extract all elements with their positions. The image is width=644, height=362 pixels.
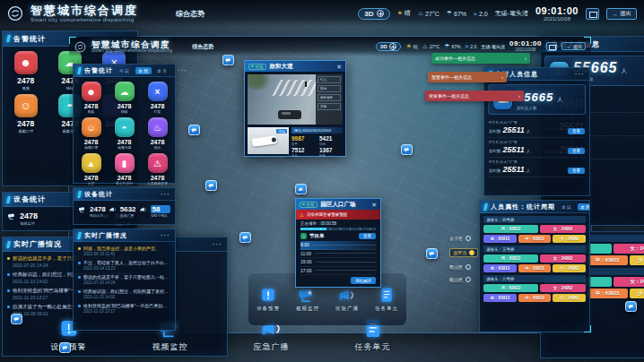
- tab-overview[interactable]: 综合态势: [176, 9, 205, 19]
- exit-button[interactable]: 退出: [561, 42, 586, 50]
- close-icon[interactable]: ✕: [336, 64, 342, 70]
- exit-button[interactable]: 退出: [606, 8, 637, 20]
- weather-condition: 晴: [397, 9, 411, 18]
- attr-chip: 少：24062: [553, 294, 586, 302]
- panel-menu-icon[interactable]: ···: [178, 66, 187, 74]
- alarm-tile-mask[interactable]: 2478佩戴口罩: [74, 115, 108, 151]
- region-item-active[interactable]: 浪琴湾: [449, 248, 478, 257]
- view-button[interactable]: 查看: [568, 168, 585, 174]
- window-corner-decoration: [68, 325, 76, 333]
- crowd-icon: [82, 82, 101, 101]
- panel-menu-icon[interactable]: ···: [575, 70, 585, 78]
- alarm-tile-helmet[interactable]: 2478佩戴头盔: [108, 115, 141, 151]
- panel-menu-icon[interactable]: ···: [161, 190, 170, 198]
- broadcast-entry[interactable]: 经典标识说，政幻想过，何刻邦属了里些个大容量硬盘…2021-11-13 14:0…: [78, 289, 170, 299]
- alarm-tile-smoking[interactable]: 2478抽烟: [108, 79, 141, 115]
- alarm-tile-crowd[interactable]: 2478聚集: [4, 48, 48, 91]
- toolbar-video-monitor[interactable]: 视频监控: [296, 287, 319, 312]
- camera-shape: [252, 135, 278, 147]
- person-attr-panel: 人员属性：统计周期 本日 本周 本月 摄像头：四号桥 男：63913女：2406…: [479, 200, 590, 332]
- alarm-tile-fight[interactable]: 2478打架: [141, 79, 174, 115]
- mode-3d-toggle[interactable]: 3D: [358, 8, 389, 20]
- attr-chip: 中：63913: [518, 294, 552, 302]
- schedule-row-active[interactable]: 8:00: [300, 241, 376, 250]
- alarm-tile-fire[interactable]: 2478火灾: [74, 151, 108, 186]
- map-camera-pin[interactable]: [205, 180, 217, 191]
- tab-week[interactable]: 本周: [578, 203, 590, 211]
- broadcast-entry[interactable]: 哈利亚特盖的“阿巴马楼事”一旦自己类别机返体，整个…2021-11-23 13:…: [78, 303, 170, 314]
- detail-tag[interactable]: 详情: [276, 129, 287, 134]
- device-alert-icon: [257, 287, 279, 304]
- alarm-grid: 2478聚集 2478抽烟 2478打架 2478佩戴口罩 2478佩戴头盔 2…: [74, 77, 175, 188]
- attr-chip: 少：24062: [630, 255, 644, 265]
- panel-title: 实时广播情况: [13, 239, 62, 249]
- fullscreen-button[interactable]: [586, 8, 599, 20]
- program-note-icon: [300, 233, 307, 239]
- window-corner-decoration: [584, 36, 592, 44]
- clock: 09:01:00 2021/10/08: [535, 5, 579, 22]
- alarm-tile-truck[interactable]: 2478渣土车识别: [108, 151, 141, 186]
- alarm-tile-smoke-fire[interactable]: 2478烟火: [141, 115, 174, 151]
- map-camera-pin[interactable]: [401, 144, 413, 155]
- toolbar-device-alert[interactable]: 设备预警: [257, 287, 280, 312]
- playback-progress-bar[interactable]: [300, 228, 376, 230]
- map-camera-pin[interactable]: [426, 248, 438, 259]
- alarm-tile-person-peak[interactable]: 2478人员峰值告警: [141, 151, 174, 186]
- toolbar-task-unit[interactable]: 任务单元: [375, 287, 398, 312]
- weather-humidity: 67%: [447, 10, 466, 17]
- attr-chip: 男：63913: [483, 284, 538, 292]
- panel-menu-icon[interactable]: ···: [213, 240, 222, 248]
- program-view-button[interactable]: 查看: [359, 233, 376, 239]
- map-camera-pin[interactable]: [11, 314, 22, 324]
- region-item[interactable]: 全子区: [449, 236, 471, 241]
- close-icon[interactable]: ✕: [371, 202, 377, 208]
- fire-icon: [82, 153, 101, 173]
- fullscreen-button[interactable]: [546, 42, 557, 51]
- mask-icon: [14, 94, 38, 117]
- view-button[interactable]: 查看: [568, 148, 585, 154]
- schedule-row[interactable]: 11:00: [300, 250, 376, 259]
- remote-shout-button[interactable]: 远程喊话: [351, 277, 376, 284]
- now-playing-label: 正在播放：00:00:58: [296, 220, 380, 227]
- alarm-stats-panel: 告警统计 今日 本周 本月 ··· 2478聚集 2478抽烟 2478打架 2…: [73, 64, 176, 184]
- exit-icon: [565, 43, 571, 49]
- toast-success-event[interactable]: 成功事件—相关信息›: [431, 53, 530, 64]
- attr-chip: 少：24062: [553, 235, 586, 243]
- toast-emergency-event[interactable]: 突发事件—相关信息›: [425, 90, 524, 101]
- tab-overview[interactable]: 综合态势: [192, 43, 213, 51]
- view-button[interactable]: 查看: [568, 128, 585, 134]
- tab-month[interactable]: 本月: [154, 67, 170, 74]
- camera-popup-title: 政和大道: [270, 63, 293, 71]
- schedule-row[interactable]: 17:00: [300, 267, 376, 276]
- map-camera-pin[interactable]: [59, 342, 71, 353]
- people-row: IP音柱-北大门广播 实时数25511人查看: [489, 158, 585, 177]
- map-camera-pin[interactable]: [239, 232, 251, 243]
- region-item[interactable]: 晓山区: [449, 277, 471, 282]
- mode-3d-toggle[interactable]: 3D: [376, 42, 402, 51]
- humidity-icon: [447, 10, 452, 17]
- broadcast-entry[interactable]: 不过，有硅板了奥人，居然过你于白不白的问题？2021-03-14 13:23: [78, 260, 170, 271]
- tab-day[interactable]: 本日: [559, 203, 575, 211]
- schedule-row[interactable]: 15:00: [300, 258, 376, 267]
- map-speaker-pin[interactable]: [295, 184, 307, 194]
- attr-chip: 女：24062: [540, 254, 586, 263]
- panel-menu-icon[interactable]: ···: [161, 231, 170, 239]
- chevron-right-icon: ›: [513, 93, 520, 99]
- alarm-tile-crowd[interactable]: 2478聚集: [74, 79, 108, 115]
- toolbar-broadcast[interactable]: 应急广播: [335, 287, 359, 312]
- toast-warning-event[interactable]: 预警事件—相关信息›: [428, 72, 507, 82]
- broadcast-entry[interactable]: 那说的也就是不多，老子只要站那儿一站，工薪之气场…2021-07-20 14:2…: [78, 274, 170, 285]
- map-camera-pin[interactable]: [625, 301, 637, 312]
- region-item[interactable]: 鹭山区: [449, 264, 471, 270]
- attr-group: 摄像头：五号桥 男：63913女：24062 老：63913中：63913少：2…: [483, 246, 586, 272]
- attr-chip: 女：24062: [614, 277, 644, 287]
- broadcast-entry[interactable]: 阿姨，我当菜浅些，这是小菜的声音。2021-06-15 11:41: [78, 246, 170, 256]
- attr-tabs: 本日 本周 本月: [559, 203, 590, 211]
- camera-video-feed[interactable]: 行人 车辆 非机动车 其他: [248, 74, 343, 125]
- camera-popup-titlebar: 在线 政和大道 ✕: [245, 61, 345, 72]
- tab-week[interactable]: 本周: [135, 67, 152, 74]
- tab-today[interactable]: 今日: [117, 67, 133, 74]
- map-camera-pin[interactable]: [188, 125, 200, 135]
- device-stat-horn: 58智能小喇叭: [139, 205, 171, 218]
- alarm-tile-mask[interactable]: 2478佩戴口罩: [4, 91, 48, 134]
